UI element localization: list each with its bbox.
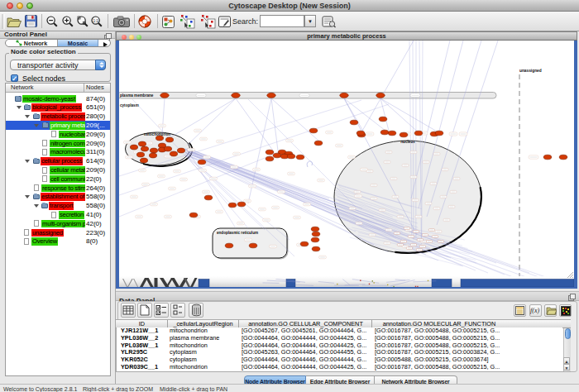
svg-text:cytoplasm: cytoplasm [120, 103, 139, 108]
svg-text:plasma membrane: plasma membrane [120, 93, 154, 98]
svg-text:unassigned: unassigned [519, 69, 542, 73]
svg-text:1:1: 1:1 [93, 19, 98, 23]
svg-text:endoplasmic reticulum: endoplasmic reticulum [217, 231, 258, 235]
